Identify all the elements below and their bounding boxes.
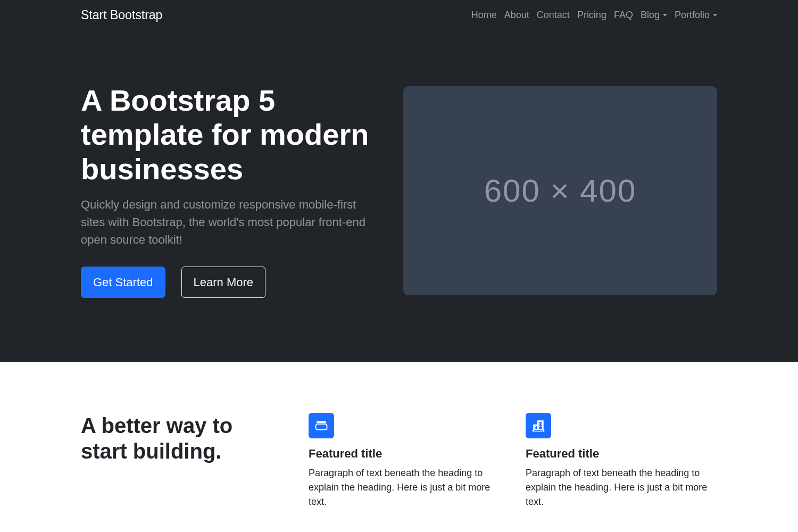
hero-title: A Bootstrap 5 template for modern busine… xyxy=(81,84,378,186)
learn-more-button[interactable]: Learn More xyxy=(181,267,266,298)
navbar: Start Bootstrap Home About Contact Prici… xyxy=(0,0,798,30)
feature-text: Paragraph of text beneath the heading to… xyxy=(526,466,717,509)
nav-faq[interactable]: FAQ xyxy=(614,5,633,25)
nav-about[interactable]: About xyxy=(504,5,529,25)
nav-label: Pricing xyxy=(577,10,606,21)
nav-home[interactable]: Home xyxy=(471,5,497,25)
nav-label: FAQ xyxy=(614,10,633,21)
hero-content: A Bootstrap 5 template for modern busine… xyxy=(81,84,378,298)
features-heading: A better way to start building. xyxy=(81,413,283,464)
nav-label: Contact xyxy=(537,10,570,21)
nav-label: Blog xyxy=(641,10,660,21)
hero-placeholder-image: 600 × 400 xyxy=(403,86,717,295)
nav-contact[interactable]: Contact xyxy=(537,5,570,25)
hero: A Bootstrap 5 template for modern busine… xyxy=(0,30,798,362)
feature-item: Featured title Paragraph of text beneath… xyxy=(526,413,717,509)
nav-portfolio[interactable]: Portfolio xyxy=(675,5,717,25)
feature-title: Featured title xyxy=(526,447,717,461)
feature-title: Featured title xyxy=(309,447,500,461)
collection-icon xyxy=(309,413,334,438)
nav-pricing[interactable]: Pricing xyxy=(577,5,606,25)
features-section: A better way to start building. Featured… xyxy=(0,362,798,532)
hero-lead: Quickly design and customize responsive … xyxy=(81,196,378,248)
chevron-down-icon xyxy=(663,14,667,16)
nav-label: Home xyxy=(471,10,497,21)
building-icon xyxy=(526,413,551,438)
get-started-button[interactable]: Get Started xyxy=(81,267,165,298)
feature-text: Paragraph of text beneath the heading to… xyxy=(309,466,500,509)
nav-label: Portfolio xyxy=(675,10,710,21)
nav-blog[interactable]: Blog xyxy=(641,5,667,25)
nav-links: Home About Contact Pricing FAQ Blog Port… xyxy=(471,5,717,25)
feature-item: Featured title Paragraph of text beneath… xyxy=(309,413,500,509)
chevron-down-icon xyxy=(713,14,717,16)
brand-link[interactable]: Start Bootstrap xyxy=(81,8,162,22)
nav-label: About xyxy=(504,10,529,21)
